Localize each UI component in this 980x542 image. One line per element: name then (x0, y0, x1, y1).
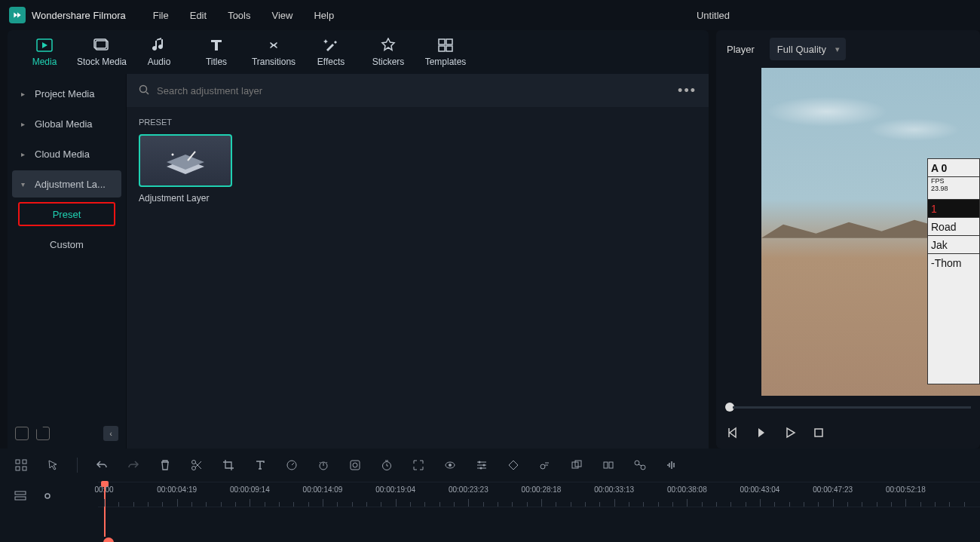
adjust-button[interactable] (474, 458, 489, 473)
effects-icon (323, 37, 338, 54)
speed-button[interactable] (284, 458, 299, 473)
track-layers-icon[interactable] (14, 489, 27, 505)
delete-button[interactable] (158, 458, 173, 473)
audio-mix-button[interactable] (664, 458, 679, 473)
new-folder-icon[interactable] (36, 427, 50, 440)
media-icon (36, 37, 53, 54)
timecode-label: 00:00:43:04 (740, 485, 780, 494)
motion-button[interactable] (537, 458, 553, 473)
render-button[interactable] (601, 458, 616, 473)
menu-file[interactable]: File (153, 10, 169, 21)
timeline-tracks[interactable] (0, 507, 980, 542)
transitions-icon (265, 37, 282, 54)
menu-edit[interactable]: Edit (190, 10, 207, 21)
marker-button[interactable] (632, 458, 648, 473)
preview-viewport[interactable]: A 0 FPS23.98 1 Road Jak -Thom (761, 68, 980, 396)
quality-dropdown[interactable]: Full Quality (770, 38, 846, 60)
media-content: ••• PRESET Adjustment Layer (127, 74, 709, 449)
timeline-ruler[interactable]: 00:0000:00:04:1900:00:09:1400:00:14:0900… (98, 482, 980, 507)
sidebar-sub-preset[interactable]: Preset (18, 202, 115, 226)
search-bar: ••• (127, 74, 709, 107)
split-button[interactable] (189, 458, 204, 473)
timecode-label: 00:00:14:09 (303, 485, 343, 494)
menu-tools[interactable]: Tools (228, 10, 250, 21)
preset-adjustment-layer[interactable] (139, 134, 232, 187)
track-link-icon[interactable] (41, 489, 54, 505)
timecode-label: 00:00:38:08 (667, 485, 707, 494)
preset-card: Adjustment Layer (139, 134, 232, 204)
sidebar-item-global-media[interactable]: ▸Global Media (12, 110, 121, 137)
tab-stock-media[interactable]: Stock Media (75, 32, 128, 72)
sidebar-item-adjustment-layer[interactable]: ▾Adjustment La... (12, 170, 121, 198)
svg-rect-14 (16, 467, 20, 470)
transport-controls (716, 418, 980, 449)
player-label: Player (727, 44, 755, 55)
svg-rect-11 (815, 429, 822, 436)
chevron-right-icon: ▸ (21, 120, 29, 128)
expand-button[interactable] (411, 458, 426, 473)
stop-button[interactable] (813, 427, 825, 441)
tab-effects[interactable]: Effects (305, 32, 357, 72)
svg-rect-4 (446, 39, 452, 44)
stock-media-icon (93, 37, 110, 54)
prev-frame-button[interactable] (727, 427, 739, 441)
sidebar-item-project-media[interactable]: ▸Project Media (12, 80, 121, 107)
stickers-icon (381, 37, 396, 54)
sidebar-footer: ‹ (8, 418, 126, 449)
step-forward-button[interactable] (755, 427, 767, 441)
more-options-button[interactable]: ••• (678, 83, 697, 99)
color-button[interactable] (348, 458, 363, 473)
menu-view[interactable]: View (271, 10, 292, 21)
timecode-label: 00:00:23:23 (449, 485, 488, 494)
timeline: 00:0000:00:04:1900:00:09:1400:00:14:0900… (0, 449, 980, 542)
chevron-down-icon: ▾ (21, 180, 29, 188)
sidebar-item-cloud-media[interactable]: ▸Cloud Media (12, 140, 121, 167)
timecode-label: 00:00 (94, 485, 113, 494)
section-label: PRESET (127, 107, 709, 134)
tab-stickers[interactable]: Stickers (362, 32, 415, 72)
cursor-tool-icon[interactable] (45, 458, 60, 473)
tab-transitions[interactable]: Transitions (247, 32, 300, 72)
svg-point-7 (140, 85, 147, 92)
media-panel: Media Stock Media Audio Titles Transitio… (8, 30, 709, 449)
svg-point-9 (172, 154, 174, 156)
svg-rect-5 (439, 46, 445, 51)
new-bin-icon[interactable] (15, 427, 29, 440)
svg-point-24 (449, 464, 452, 467)
svg-rect-6 (446, 46, 452, 51)
speed-ramp-button[interactable] (316, 458, 331, 473)
chevron-right-icon: ▸ (21, 90, 29, 98)
play-button[interactable] (784, 427, 796, 441)
tab-titles[interactable]: Titles (190, 32, 243, 72)
grid-tool-icon[interactable] (14, 458, 29, 473)
timecode-label: 00:00:09:14 (230, 485, 270, 494)
collapse-sidebar-button[interactable]: ‹ (103, 426, 118, 441)
svg-rect-12 (16, 460, 20, 464)
timecode-label: 00:00:04:19 (157, 485, 197, 494)
svg-rect-35 (15, 491, 26, 495)
app-name: Wondershare Filmora (32, 10, 126, 21)
crop-button[interactable] (221, 458, 236, 473)
svg-rect-36 (15, 497, 26, 500)
group-button[interactable] (569, 458, 584, 473)
document-title: Untitled (697, 10, 730, 21)
svg-rect-20 (351, 461, 360, 470)
undo-button[interactable] (94, 458, 109, 473)
tab-media[interactable]: Media (18, 32, 71, 72)
menu-help[interactable]: Help (314, 10, 334, 21)
sidebar-sub-custom[interactable]: Custom (18, 232, 115, 256)
scrub-bar[interactable] (716, 396, 980, 418)
clip-marker[interactable] (103, 537, 114, 542)
redo-button[interactable] (126, 458, 141, 473)
search-input[interactable] (157, 85, 678, 96)
svg-rect-3 (439, 39, 445, 44)
timer-button[interactable] (379, 458, 394, 473)
mask-button[interactable] (443, 458, 458, 473)
media-sidebar: ▸Project Media ▸Global Media ▸Cloud Medi… (8, 74, 127, 449)
keyframe-button[interactable] (506, 458, 521, 473)
tab-audio[interactable]: Audio (133, 32, 185, 72)
svg-rect-32 (609, 462, 613, 468)
tab-templates[interactable]: Templates (419, 32, 472, 72)
chevron-right-icon: ▸ (21, 150, 29, 158)
text-button[interactable] (253, 458, 268, 473)
